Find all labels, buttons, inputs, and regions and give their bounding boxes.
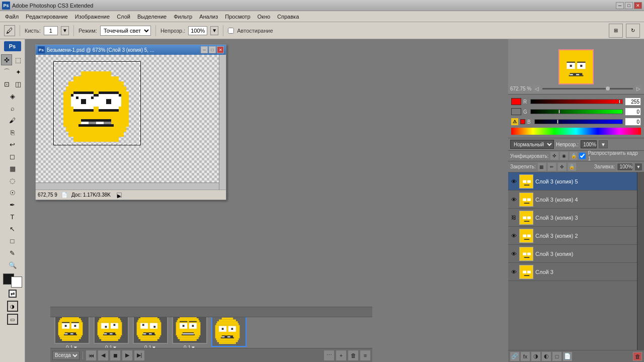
timeline-menu-btn[interactable]: ≡ (360, 350, 370, 360)
gradient-tool[interactable]: ▦ (2, 163, 24, 174)
mode-select[interactable]: Точечный свет (100, 26, 151, 36)
autoerase-checkbox[interactable] (228, 28, 234, 34)
brush-dropdown[interactable]: ▼ (61, 26, 69, 35)
frame-duration-1[interactable]: 0,1▼ (66, 345, 78, 348)
doc-minimize-btn[interactable]: ─ (201, 46, 208, 53)
first-frame-btn[interactable]: ⏮ (86, 350, 96, 360)
swap-colors-btn[interactable]: ⇄ (9, 290, 17, 298)
r-value-input[interactable] (625, 98, 641, 106)
opacity-arrow-btn[interactable]: ▼ (599, 140, 608, 148)
frame-5[interactable]: 5 (211, 317, 247, 348)
doc-scrollbar-right[interactable] (219, 55, 226, 190)
clone-tool[interactable]: ⎘ (2, 127, 24, 138)
menu-file[interactable]: Файл (2, 13, 22, 21)
g-value-input[interactable] (625, 108, 641, 116)
type-tool[interactable]: T (2, 211, 24, 222)
color-spectrum[interactable] (511, 128, 641, 135)
adjustment-layer-btn[interactable]: ◐ (542, 352, 551, 361)
notes-tool[interactable]: ✎ (2, 247, 24, 258)
layer-item-4[interactable]: 👁 Слой 3 (копия) 2 (508, 227, 637, 245)
prev-frame-btn[interactable]: ◀ (98, 350, 108, 360)
layer-item-1[interactable]: 👁 Слой 3 (копия) 5 (508, 172, 637, 191)
presets-button[interactable]: ⊞ (609, 24, 623, 38)
new-layer-btn[interactable]: 📄 (563, 352, 572, 361)
dodge-tool[interactable]: ☉ (2, 187, 24, 198)
menu-window[interactable]: Окно (255, 13, 274, 21)
canvas-rotation-button[interactable]: ↻ (626, 24, 640, 38)
history-brush[interactable]: ↩ (2, 139, 24, 150)
maximize-button[interactable]: □ (625, 2, 633, 9)
fill-arrow-btn[interactable]: ▼ (635, 163, 642, 170)
magic-wand-tool[interactable]: ✦ (13, 66, 24, 77)
layer-eye-6[interactable]: 👁 (510, 268, 517, 276)
layer-item-6[interactable]: 👁 Слой 3 (508, 263, 637, 281)
b-slider[interactable] (534, 119, 623, 124)
close-button[interactable]: ✕ (634, 2, 642, 9)
slice-tool[interactable]: ◫ (13, 78, 24, 89)
unify-position-btn[interactable]: ✜ (550, 152, 558, 160)
add-frame-btn[interactable]: + (336, 350, 346, 360)
delete-frame-btn[interactable]: 🗑 (348, 350, 358, 360)
frame-duration-2[interactable]: 0,1▼ (105, 345, 117, 348)
menu-view[interactable]: Просмотр (222, 13, 253, 21)
blur-tool[interactable]: ◌ (2, 175, 24, 186)
screen-mode-btn[interactable]: ▭ (7, 314, 18, 325)
fill-input[interactable] (617, 163, 633, 171)
delete-layer-btn[interactable]: 🗑 (633, 352, 642, 361)
marquee-tool[interactable]: ⬚ (13, 54, 24, 65)
frame-duration-3[interactable]: 0,1▼ (144, 345, 156, 348)
b-warning-swatch[interactable] (520, 119, 525, 124)
loop-select[interactable]: Всегда (52, 351, 79, 360)
doc-maximize-btn[interactable]: □ (209, 46, 216, 53)
menu-edit[interactable]: Редактирование (23, 13, 71, 21)
frame-2[interactable]: 2 (94, 317, 129, 348)
shape-tool[interactable]: □ (2, 235, 24, 246)
layer-item-5[interactable]: 👁 Слой 3 (копия) (508, 245, 637, 263)
doc-close-btn[interactable]: ✕ (217, 46, 224, 53)
brush-size-input[interactable] (44, 26, 58, 35)
brush-tool-icon[interactable]: 🖊 (4, 25, 15, 36)
title-controls[interactable]: ─ □ ✕ (616, 2, 642, 9)
doc-info-btn[interactable]: ▶ (117, 193, 122, 198)
layer-group-btn[interactable]: □ (552, 352, 561, 361)
quick-mask-btn[interactable]: ◑ (7, 301, 18, 312)
eraser-tool[interactable]: ◻ (2, 151, 24, 162)
doc-controls[interactable]: ─ □ ✕ (201, 46, 224, 53)
lock-position-btn[interactable]: ✜ (558, 163, 566, 171)
zoom-fit-btn[interactable]: ◁ (533, 85, 540, 92)
lock-all-btn[interactable]: 🔒 (568, 163, 576, 171)
menu-analysis[interactable]: Анализ (196, 13, 221, 21)
zoom-fill-btn[interactable]: ▷ (635, 85, 642, 92)
opacity-input[interactable] (188, 26, 207, 35)
menu-image[interactable]: Изображение (72, 13, 113, 21)
unify-all-btn[interactable]: 🔒 (570, 152, 578, 160)
layer-eye-1[interactable]: 👁 (510, 178, 517, 185)
crop-tool[interactable]: ⊡ (1, 78, 12, 89)
layer-mask-btn[interactable]: ◑ (531, 352, 540, 361)
zoom-slider[interactable] (542, 88, 633, 89)
frame-3[interactable]: 3 (133, 317, 168, 348)
next-frame-btn[interactable]: ▶| (134, 350, 144, 360)
b-value-input[interactable] (625, 118, 641, 126)
zoom-tool[interactable]: 🔍 (2, 259, 24, 270)
r-color-indicator[interactable] (511, 98, 521, 105)
opacity-dropdown[interactable]: ▼ (210, 26, 218, 35)
path-selection[interactable]: ↖ (2, 223, 24, 234)
layer-eye-5[interactable]: 👁 (510, 250, 517, 257)
eyedropper-tool[interactable]: ◈ (2, 90, 24, 102)
doc-scrollbar-bottom[interactable] (36, 183, 219, 190)
frame-duration-4[interactable]: 0,1▼ (184, 345, 196, 348)
link-layers-btn[interactable]: 🔗 (510, 352, 519, 361)
lock-pixels-btn[interactable]: ✏ (548, 163, 556, 171)
frame-4[interactable]: 4 (172, 317, 207, 348)
menu-layer[interactable]: Слой (114, 13, 133, 21)
unify-face-btn[interactable]: ◉ (560, 152, 568, 160)
layers-scrollbar[interactable] (637, 172, 644, 350)
layer-style-btn[interactable]: fx (521, 352, 530, 361)
r-slider[interactable] (530, 99, 623, 104)
layer-item-3[interactable]: ⛓ Слой 3 (копия) 3 (508, 209, 637, 227)
stop-btn[interactable]: ⏹ (110, 350, 120, 360)
opacity-toolbar-input[interactable] (581, 140, 597, 148)
healing-tool[interactable]: ⌕ (2, 103, 24, 114)
layer-item-2[interactable]: 👁 Слой 3 (копия) 4 (508, 191, 637, 209)
